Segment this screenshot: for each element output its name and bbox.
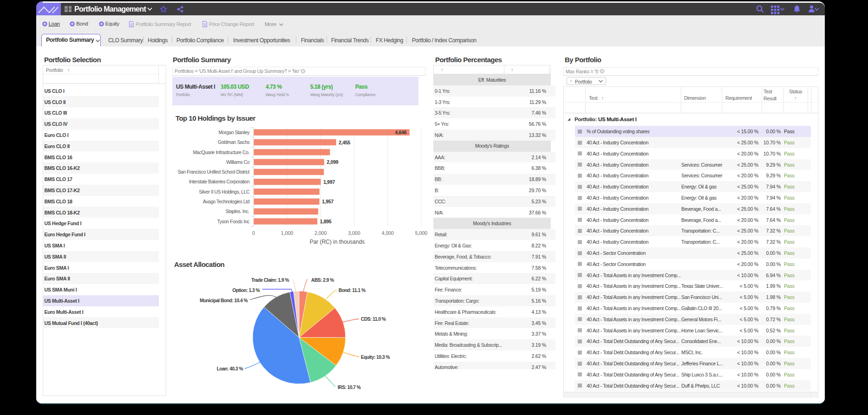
svg-text:2,000: 2,000 xyxy=(314,230,326,236)
svg-text:MacQuarie Infrastructure Co.: MacQuarie Infrastructure Co. xyxy=(193,150,249,155)
svg-text:Municipal Bond: 10.4 %: Municipal Bond: 10.4 % xyxy=(200,298,248,303)
svg-text:2,455: 2,455 xyxy=(339,140,350,145)
svg-text:Goldman Sachs: Goldman Sachs xyxy=(218,140,249,145)
svg-text:Trade Claim: 1.9 %: Trade Claim: 1.9 % xyxy=(251,278,289,283)
svg-text:Equity: 10.3 %: Equity: 10.3 % xyxy=(361,355,390,360)
svg-text:IRS: 10.7 %: IRS: 10.7 % xyxy=(338,385,361,390)
svg-text:Bond: 11.1 %: Bond: 11.1 % xyxy=(339,288,365,293)
svg-text:2,099: 2,099 xyxy=(327,159,339,165)
svg-text:Morgan Stanley: Morgan Stanley xyxy=(218,130,250,135)
svg-text:Staples. Inc.: Staples. Inc. xyxy=(226,209,249,214)
svg-text:Tyson Foods Inc: Tyson Foods Inc xyxy=(217,219,249,224)
svg-text:0: 0 xyxy=(252,230,255,236)
svg-text:1,000: 1,000 xyxy=(281,230,293,236)
svg-text:Interstate Bakeries Corporatio: Interstate Bakeries Corporation xyxy=(189,179,250,184)
svg-text:1,895: 1,895 xyxy=(320,219,332,224)
svg-text:3,000: 3,000 xyxy=(348,230,360,236)
svg-text:4,000: 4,000 xyxy=(382,230,394,236)
svg-text:Silver II US Holdings, LLC: Silver II US Holdings, LLC xyxy=(199,189,250,195)
svg-text:4,646: 4,646 xyxy=(395,130,407,135)
svg-text:Par (RC) in thousands: Par (RC) in thousands xyxy=(310,239,365,245)
svg-text:1,957: 1,957 xyxy=(322,199,333,204)
svg-text:5,000: 5,000 xyxy=(415,230,427,236)
svg-text:1,997: 1,997 xyxy=(323,179,335,185)
svg-text:San Francisco Unified School D: San Francisco Unified School District xyxy=(177,169,249,175)
svg-text:Williams Co: Williams Co xyxy=(226,160,250,165)
svg-text:CDS: 11.0 %: CDS: 11.0 % xyxy=(361,317,386,322)
svg-text:Option: 1.3 %: Option: 1.3 % xyxy=(232,288,260,293)
svg-text:Loan: 40.3 %: Loan: 40.3 % xyxy=(217,366,243,371)
svg-text:ABS: 2.9 %: ABS: 2.9 % xyxy=(311,278,334,283)
svg-text:Avago Technologies Ltd: Avago Technologies Ltd xyxy=(203,199,250,204)
